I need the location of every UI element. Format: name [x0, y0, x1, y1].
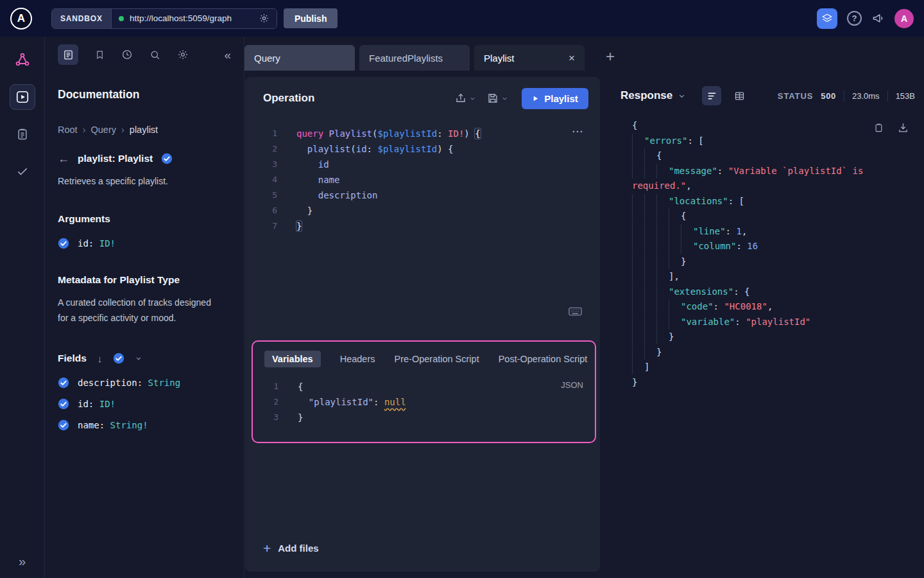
sidebar-item-checks[interactable]	[10, 159, 35, 184]
response-line: "errors": [	[632, 134, 909, 149]
operation-editor[interactable]: 1query Playlist($playlistId: ID!) {2 pla…	[245, 116, 600, 234]
breadcrumb-item[interactable]: Query	[90, 125, 116, 135]
sidebar-item-schema[interactable]	[10, 47, 35, 73]
table-view-button[interactable]	[730, 86, 749, 105]
explorer-play-icon	[15, 90, 30, 104]
copy-response-icon[interactable]	[874, 122, 884, 134]
response-line: {	[632, 118, 909, 134]
share-operation-button[interactable]	[455, 92, 475, 104]
tree-view-button[interactable]	[702, 86, 721, 105]
arguments-list: id: ID!	[58, 232, 231, 254]
back-arrow-icon[interactable]: ←	[58, 153, 69, 164]
response-chevron-icon[interactable]	[678, 92, 685, 100]
field-type-link[interactable]: ID!	[99, 399, 116, 409]
more-options-icon[interactable]	[572, 130, 583, 134]
close-tab-icon[interactable]: ×	[569, 53, 575, 64]
code-line: 6 }	[245, 203, 600, 218]
breadcrumb-item[interactable]: Root	[58, 125, 78, 135]
apollo-logo[interactable]: A	[10, 8, 32, 30]
response-line: "column": 16	[632, 239, 909, 254]
arguments-heading: Arguments	[58, 213, 231, 225]
expand-rail-icon[interactable]: »	[19, 555, 26, 568]
left-rail: »	[0, 37, 45, 578]
tab-featuredplaylists[interactable]: FeaturedPlaylists	[359, 45, 470, 71]
user-avatar[interactable]: A	[894, 9, 914, 28]
vars-tab-variables[interactable]: Variables	[264, 351, 321, 367]
line-number: 4	[245, 172, 285, 188]
sidebar-item-explorer[interactable]	[10, 84, 35, 110]
docs-item-title: playlist: Playlist	[78, 153, 153, 164]
included-check-icon[interactable]	[58, 238, 69, 249]
variables-editor[interactable]: JSON 1{2 "playlistId": null3}	[253, 372, 595, 425]
response-size: 153B	[896, 91, 915, 101]
field-name: id:	[78, 399, 99, 409]
select-all-fields-check-icon[interactable]	[113, 353, 124, 364]
add-files-label: Add files	[278, 543, 318, 554]
sidebar-item-operations[interactable]	[10, 121, 35, 147]
tab-query[interactable]: Query	[244, 45, 355, 71]
response-title: Response	[620, 89, 672, 102]
save-icon	[487, 92, 499, 104]
schema-graph-icon	[15, 52, 30, 67]
vars-tab-headers[interactable]: Headers	[340, 354, 375, 364]
field-type-link[interactable]: ID!	[99, 238, 116, 249]
chevron-down-icon	[502, 96, 508, 101]
sort-down-icon[interactable]: ↓	[98, 353, 103, 364]
included-check-icon[interactable]	[58, 419, 69, 431]
vars-tab-post-operation-script[interactable]: Post-Operation Script	[499, 354, 588, 364]
response-line: }	[632, 329, 909, 345]
search-icon[interactable]	[150, 49, 160, 60]
keyboard-shortcuts-icon[interactable]	[569, 307, 582, 316]
operation-panel: Operation Playlist 1query Playlist($play…	[245, 77, 600, 572]
breadcrumb: Root›Query›playlist	[58, 125, 231, 135]
download-response-icon[interactable]	[898, 122, 909, 134]
field-type-link[interactable]: String	[148, 378, 181, 388]
history-icon[interactable]	[121, 49, 133, 60]
connection-settings-gear-icon[interactable]	[259, 13, 270, 24]
breadcrumb-item: playlist	[130, 125, 158, 135]
settings-gear-icon[interactable]	[177, 49, 189, 60]
save-operation-button[interactable]	[487, 92, 508, 104]
metadata-heading: Metadata for Playlist Type	[58, 274, 231, 286]
top-bar: A SANDBOX http://localhost:5059/graph Pu…	[0, 0, 924, 37]
included-check-icon[interactable]	[58, 377, 69, 389]
endpoint-url-input[interactable]: http://localhost:5059/graph	[111, 9, 277, 28]
sandbox-chip[interactable]: SANDBOX	[52, 9, 111, 28]
tab-playlist[interactable]: Playlist×	[474, 45, 585, 71]
play-icon	[532, 95, 539, 102]
response-line: "extensions": {	[632, 285, 909, 300]
new-tab-button[interactable]: +	[606, 49, 615, 64]
documentation-tab-button[interactable]	[58, 44, 78, 65]
included-check-icon[interactable]	[161, 153, 173, 164]
connection-status-dot	[119, 16, 124, 21]
announcements-icon[interactable]	[871, 12, 885, 24]
run-operation-button[interactable]: Playlist	[522, 88, 588, 109]
field-name: id:	[78, 238, 99, 249]
chevron-down-icon[interactable]	[135, 355, 142, 362]
graphos-button[interactable]	[817, 8, 837, 29]
operations-clipboard-icon	[16, 128, 29, 141]
code-line: 3 id	[245, 157, 600, 172]
code-line: 7}	[245, 218, 600, 234]
field-type-link[interactable]: String!	[110, 420, 148, 430]
breadcrumb-separator: ›	[83, 125, 86, 135]
run-button-label: Playlist	[544, 93, 578, 104]
vars-tab-pre-operation-script[interactable]: Pre-Operation Script	[395, 354, 479, 364]
docs-item-description: Retrieves a specific playlist.	[58, 176, 231, 186]
line-number: 3	[253, 410, 286, 425]
code-line: 1{	[253, 379, 595, 394]
line-number: 1	[245, 126, 285, 141]
response-line: "code": "HC0018",	[632, 299, 909, 315]
field-row: description: String	[58, 372, 231, 393]
collapse-panel-icon[interactable]: «	[224, 49, 231, 61]
status-label: STATUS	[778, 91, 814, 101]
help-icon[interactable]: ?	[847, 11, 862, 26]
add-files-button[interactable]: + Add files	[263, 541, 319, 555]
included-check-icon[interactable]	[58, 398, 69, 410]
chevron-down-icon	[470, 96, 475, 101]
bookmark-icon[interactable]	[95, 49, 105, 60]
publish-button[interactable]: Publish	[284, 8, 338, 28]
code-line: 2 "playlistId": null	[253, 394, 595, 410]
operation-title: Operation	[263, 92, 314, 105]
response-line: }	[632, 254, 909, 270]
